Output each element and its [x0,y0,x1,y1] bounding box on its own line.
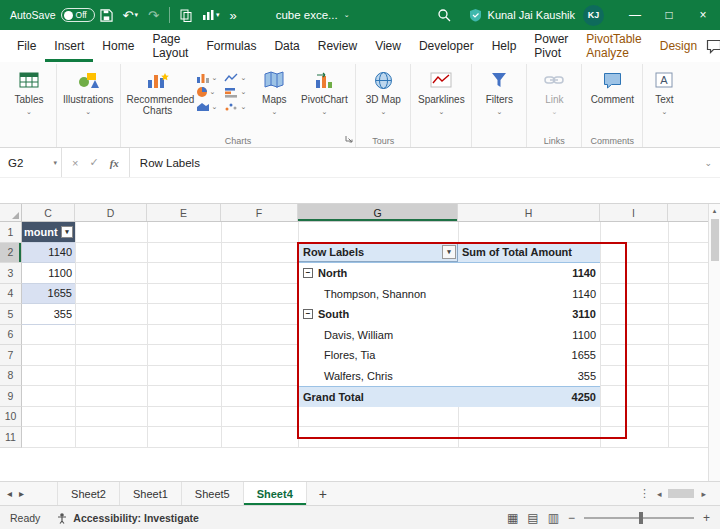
row-header-4[interactable]: 4 [0,284,22,305]
row-header-6[interactable]: 6 [0,325,22,346]
3d-map-button[interactable]: 3D Map ⌄ [360,66,406,119]
pie-chart-button[interactable]: ⌄ [196,86,218,98]
scatter-chart-button[interactable]: ⌄ [224,101,246,112]
tab-pivottable-analyze[interactable]: PivotTable Analyze [577,30,650,62]
normal-view-icon[interactable]: ▦ [507,511,518,525]
row-header-2[interactable]: 2 [0,243,22,264]
row-header-11[interactable]: 11 [0,427,22,448]
tab-page-layout[interactable]: Page Layout [143,30,197,62]
formula-bar-collapse-button[interactable]: ⌄ [704,158,720,168]
column-header-blank[interactable] [668,204,708,221]
column-header-i[interactable]: I [600,204,668,221]
comment-button[interactable]: Comment [586,66,638,108]
collapse-icon[interactable]: − [303,309,313,319]
row-header-8[interactable]: 8 [0,366,22,387]
row-header-3[interactable]: 3 [0,263,22,284]
maximize-button[interactable]: □ [652,0,686,30]
pivot-group-label-cell[interactable]: −North [298,263,458,284]
cell-c3[interactable]: 1100 [22,263,75,284]
filters-button[interactable]: Filters ⌄ [476,66,522,119]
more-commands-button[interactable]: » [229,8,236,23]
hscroll-left-icon[interactable]: ◂ [657,489,662,499]
name-box[interactable]: G2 ▾ [0,148,62,177]
pivot-detail-label-cell[interactable]: Davis, William [298,325,458,346]
column-header-d[interactable]: D [75,204,147,221]
enter-button[interactable]: ✓ [89,156,98,169]
tab-formulas[interactable]: Formulas [197,30,265,62]
cell-c5[interactable]: 355 [22,304,75,325]
pivot-grand-total-label-cell[interactable]: Grand Total [298,387,458,407]
column-header-c[interactable]: C [22,204,75,221]
vertical-scrollbar-thumb[interactable] [711,219,719,261]
maps-button[interactable]: Maps ⌄ [251,66,297,119]
tables-button[interactable]: Tables ⌄ [6,66,52,119]
comment-bubble-icon[interactable] [706,39,720,54]
text-button[interactable]: A Text ⌄ [647,66,681,119]
row-header-5[interactable]: 5 [0,304,22,325]
search-button[interactable] [437,8,451,22]
scroll-up-icon[interactable]: ▴ [713,207,717,215]
redo-button[interactable]: ↷ [148,8,159,23]
column-header-h[interactable]: H [458,204,600,221]
insert-function-button[interactable]: fx [110,157,119,169]
link-button[interactable]: Link ⌄ [531,66,577,119]
tab-help[interactable]: Help [483,30,526,62]
hscroll-right-icon[interactable]: ▸ [701,489,706,499]
pivot-group-value-cell[interactable]: 3110 [458,304,600,325]
line-chart-button[interactable]: ⌄ [224,72,246,83]
page-break-view-icon[interactable]: ▥ [548,511,559,525]
tab-developer[interactable]: Developer [410,30,483,62]
pivot-detail-value-cell[interactable]: 1655 [458,345,600,366]
autosave-toggle[interactable]: AutoSave Off [10,8,95,22]
page-layout-view-icon[interactable]: ▤ [527,511,538,525]
zoom-slider[interactable] [584,517,694,519]
filter-dropdown-icon[interactable]: ▾ [61,226,73,238]
column-header-e[interactable]: E [147,204,221,221]
tab-insert[interactable]: Insert [45,30,93,62]
avatar[interactable]: KJ [583,5,604,26]
sheet-nav-left-icon[interactable]: ◂ [0,488,19,499]
zoom-out-button[interactable]: − [568,511,575,525]
quick-chart-button[interactable]: ▾ [202,9,220,21]
vertical-scrollbar[interactable]: ▴ [708,204,720,481]
pivot-detail-label-cell[interactable]: Thompson, Shannon [298,284,458,305]
bar-chart-button[interactable]: ⌄ [224,86,246,98]
sheet-tab-sheet2[interactable]: Sheet2 [58,482,120,505]
tab-file[interactable]: File [8,30,45,62]
formula-bar-expanded-area[interactable] [0,178,720,204]
document-title-button[interactable]: cube exce... ⌄ [276,9,350,21]
cell-c4[interactable]: 1655 [22,284,75,305]
row-header-9[interactable]: 9 [0,386,22,407]
tab-review[interactable]: Review [309,30,366,62]
amount-column-header-cell[interactable]: mount ▾ [22,222,75,243]
cell-c2[interactable]: 1140 [22,243,75,264]
pivot-group-value-cell[interactable]: 1140 [458,263,600,284]
column-header-g[interactable]: G [298,204,458,221]
sheet-tab-sheet1[interactable]: Sheet1 [120,482,182,505]
column-chart-button[interactable]: ⌄ [196,72,218,83]
select-all-button[interactable] [0,204,22,221]
recommended-charts-button[interactable]: Recommended Charts [125,66,191,119]
pivot-group-label-cell[interactable]: −South [298,304,458,325]
close-button[interactable]: × [686,0,720,30]
tab-home[interactable]: Home [93,30,143,62]
accessibility-status[interactable]: Accessibility: Investigate [56,512,198,524]
pivot-values-header-cell[interactable]: Sum of Total Amount [458,243,600,263]
collapse-icon[interactable]: − [303,268,313,278]
column-header-f[interactable]: F [221,204,298,221]
tab-view[interactable]: View [366,30,410,62]
row-header-1[interactable]: 1 [0,222,22,243]
tab-power-pivot[interactable]: Power Pivot [525,30,577,62]
sheet-tab-sheet5[interactable]: Sheet5 [182,482,244,505]
row-header-7[interactable]: 7 [0,345,22,366]
charts-dialog-launcher[interactable] [345,133,353,145]
sheet-nav-right-icon[interactable]: ▸ [19,488,31,499]
sheet-tab-sheet4[interactable]: Sheet4 [244,482,307,505]
illustrations-button[interactable]: Illustrations ⌄ [61,66,116,119]
cancel-button[interactable]: × [72,157,78,169]
horizontal-scrollbar-thumb[interactable] [668,489,694,498]
cells-area[interactable]: 1 2 3 4 5 6 7 8 9 10 11 mount ▾ 1140 110… [0,222,708,448]
pivot-row-labels-cell[interactable]: Row Labels ▾ [298,243,458,263]
more-dots-icon[interactable]: ⋮ [639,487,650,500]
formula-input[interactable]: Row Labels [130,157,705,169]
